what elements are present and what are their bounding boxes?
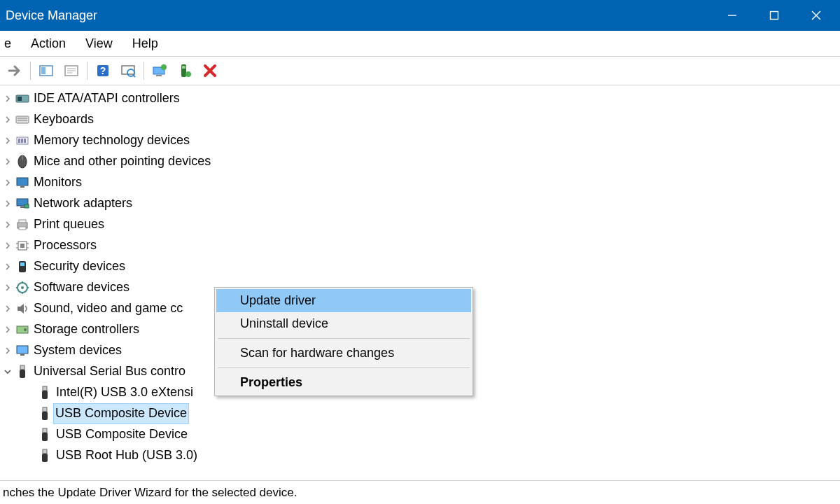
context-properties[interactable]: Properties bbox=[216, 371, 471, 394]
toolbar-separator bbox=[144, 62, 144, 80]
tree-label: USB Composite Device bbox=[53, 403, 189, 424]
maximize-button[interactable] bbox=[753, 0, 795, 31]
title-bar: Device Manager bbox=[0, 0, 840, 31]
security-icon bbox=[14, 260, 31, 274]
tree-device[interactable]: USB Composite Device bbox=[0, 424, 840, 445]
context-separator bbox=[218, 338, 470, 339]
svg-rect-1 bbox=[771, 12, 778, 20]
tree-device[interactable]: USB Composite Device bbox=[0, 403, 840, 424]
tree-category[interactable]: Security devices bbox=[0, 256, 840, 277]
tree-category[interactable]: Network adapters bbox=[0, 193, 840, 214]
chevron-right-icon[interactable] bbox=[1, 221, 14, 228]
tree-category[interactable]: IDE ATA/ATAPI controllers bbox=[0, 88, 840, 109]
close-button[interactable] bbox=[795, 0, 837, 31]
context-scan-hardware[interactable]: Scan for hardware changes bbox=[216, 342, 471, 365]
svg-rect-29 bbox=[24, 139, 26, 143]
svg-rect-22 bbox=[18, 97, 22, 101]
svg-rect-60 bbox=[43, 428, 47, 433]
tree-label: Intel(R) USB 3.0 eXtensi bbox=[53, 383, 193, 402]
chevron-right-icon[interactable] bbox=[1, 116, 14, 123]
menu-file[interactable]: e bbox=[4, 34, 21, 54]
chevron-right-icon[interactable] bbox=[1, 137, 14, 144]
keyboard-icon bbox=[14, 113, 31, 127]
svg-rect-36 bbox=[24, 204, 29, 208]
tree-label: Network adapters bbox=[31, 194, 132, 214]
minimize-button[interactable] bbox=[711, 0, 753, 31]
tree-category[interactable]: Memory technology devices bbox=[0, 130, 840, 151]
tree-label: Print queues bbox=[31, 215, 104, 234]
svg-rect-63 bbox=[42, 454, 48, 462]
chevron-right-icon[interactable] bbox=[1, 326, 14, 333]
update-driver-button[interactable] bbox=[148, 59, 172, 83]
tree-device[interactable]: USB Root Hub (USB 3.0) bbox=[0, 445, 840, 466]
tree-label: Mice and other pointing devices bbox=[31, 152, 211, 172]
tree-label: Storage controllers bbox=[31, 320, 139, 340]
tree-category[interactable]: Processors bbox=[0, 235, 840, 256]
svg-rect-19 bbox=[182, 66, 186, 69]
uninstall-button[interactable] bbox=[173, 59, 197, 83]
mouse-icon bbox=[14, 155, 31, 169]
tree-category[interactable]: Keyboards bbox=[0, 109, 840, 130]
svg-rect-16 bbox=[156, 75, 162, 76]
chevron-right-icon[interactable] bbox=[1, 347, 14, 354]
scan-hardware-button[interactable] bbox=[116, 59, 140, 83]
memory-icon bbox=[14, 134, 31, 148]
menu-help[interactable]: Help bbox=[122, 34, 168, 54]
chevron-right-icon[interactable] bbox=[1, 242, 14, 249]
toolbar: ? bbox=[0, 56, 840, 85]
svg-rect-33 bbox=[20, 186, 24, 188]
svg-rect-53 bbox=[20, 354, 24, 356]
forward-button[interactable] bbox=[3, 59, 27, 83]
chevron-right-icon[interactable] bbox=[1, 200, 14, 207]
processor-icon bbox=[14, 239, 31, 253]
tree-category[interactable]: Print queues bbox=[0, 214, 840, 235]
menu-view[interactable]: View bbox=[76, 34, 122, 54]
tree-label: Software devices bbox=[31, 278, 130, 298]
network-icon bbox=[14, 197, 31, 211]
svg-rect-62 bbox=[43, 449, 47, 454]
chevron-right-icon[interactable] bbox=[1, 179, 14, 186]
svg-rect-56 bbox=[43, 386, 47, 391]
menu-bar: e Action View Help bbox=[0, 31, 840, 56]
context-update-driver[interactable]: Update driver bbox=[216, 289, 471, 312]
help-button[interactable]: ? bbox=[91, 59, 115, 83]
chevron-right-icon[interactable] bbox=[1, 95, 14, 102]
tree-label: USB Root Hub (USB 3.0) bbox=[53, 446, 197, 465]
svg-rect-55 bbox=[20, 370, 25, 378]
tree-category[interactable]: Mice and other pointing devices bbox=[0, 151, 840, 172]
disable-button[interactable] bbox=[198, 59, 222, 83]
chevron-right-icon[interactable] bbox=[1, 284, 14, 291]
svg-rect-41 bbox=[20, 244, 24, 248]
tree-category[interactable]: Monitors bbox=[0, 172, 840, 193]
menu-action[interactable]: Action bbox=[21, 34, 76, 54]
usb-icon bbox=[36, 449, 53, 463]
monitor-icon bbox=[14, 176, 31, 190]
show-hidden-button[interactable] bbox=[34, 59, 58, 83]
tree-label: USB Composite Device bbox=[53, 425, 188, 444]
tree-label: Monitors bbox=[31, 173, 82, 192]
svg-rect-39 bbox=[19, 227, 26, 230]
toolbar-separator bbox=[87, 62, 88, 80]
sound-icon bbox=[14, 302, 31, 316]
chevron-down-icon[interactable] bbox=[1, 368, 14, 375]
toolbar-separator bbox=[30, 62, 31, 80]
svg-text:?: ? bbox=[100, 65, 106, 76]
svg-rect-38 bbox=[19, 220, 26, 223]
svg-rect-61 bbox=[42, 433, 48, 441]
svg-rect-32 bbox=[17, 178, 28, 186]
svg-point-51 bbox=[24, 328, 27, 331]
chevron-right-icon[interactable] bbox=[1, 263, 14, 270]
chevron-right-icon[interactable] bbox=[1, 158, 14, 165]
svg-rect-59 bbox=[42, 412, 48, 420]
properties-button[interactable] bbox=[59, 59, 83, 83]
chevron-right-icon[interactable] bbox=[1, 305, 14, 312]
context-uninstall-device[interactable]: Uninstall device bbox=[216, 312, 471, 335]
tree-label: Processors bbox=[31, 236, 97, 255]
svg-rect-58 bbox=[43, 407, 47, 412]
window-title: Device Manager bbox=[6, 8, 711, 23]
software-icon bbox=[14, 281, 31, 295]
printer-icon bbox=[14, 218, 31, 232]
svg-point-20 bbox=[186, 71, 191, 77]
tree-label: Universal Serial Bus contro bbox=[31, 362, 186, 382]
device-tree[interactable]: IDE ATA/ATAPI controllersKeyboardsMemory… bbox=[0, 85, 840, 466]
